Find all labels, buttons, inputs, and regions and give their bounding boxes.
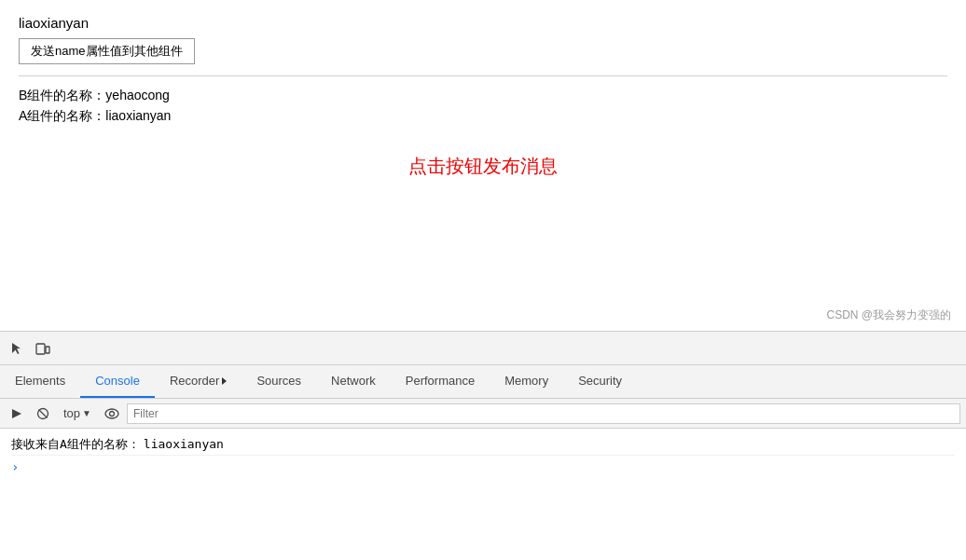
- recorder-play-icon: [222, 377, 227, 385]
- tab-performance[interactable]: Performance: [391, 365, 490, 398]
- devtools-panel: Elements Console Recorder Sources Networ…: [0, 331, 966, 560]
- tab-recorder[interactable]: Recorder: [155, 365, 242, 398]
- console-prompt[interactable]: ›: [11, 456, 955, 478]
- tab-security[interactable]: Security: [563, 365, 637, 398]
- filter-input[interactable]: [127, 403, 960, 424]
- context-selector[interactable]: top ▼: [58, 404, 97, 422]
- devtools-tabs: Elements Console Recorder Sources Networ…: [0, 365, 966, 399]
- main-content: liaoxianyan 发送name属性值到其他组件 B组件的名称：yehaoc…: [0, 0, 966, 331]
- tab-console[interactable]: Console: [80, 365, 155, 398]
- svg-point-4: [105, 409, 118, 418]
- component-a-label: A组件的名称：liaoxianyan: [19, 108, 947, 125]
- svg-rect-0: [36, 344, 45, 354]
- svg-rect-1: [46, 347, 49, 353]
- block-requests-icon[interactable]: [32, 403, 54, 425]
- tab-memory[interactable]: Memory: [490, 365, 563, 398]
- execute-script-icon[interactable]: [6, 403, 28, 425]
- context-selector-arrow: ▼: [82, 408, 91, 418]
- svg-line-3: [39, 409, 48, 417]
- watermark: CSDN @我会努力变强的: [826, 307, 951, 323]
- devtools-toolbar: [0, 332, 966, 365]
- center-message: 点击按钮发布消息: [408, 153, 558, 178]
- console-output: 接收来自A组件的名称： liaoxianyan ›: [0, 429, 966, 560]
- console-log-line: 接收来自A组件的名称： liaoxianyan: [11, 434, 955, 456]
- console-toolbar: top ▼: [0, 399, 966, 429]
- console-prompt-icon: ›: [11, 459, 19, 474]
- svg-point-5: [109, 411, 114, 416]
- tab-network[interactable]: Network: [316, 365, 391, 398]
- divider: [19, 75, 947, 76]
- inspect-element-icon[interactable]: [4, 335, 30, 362]
- device-toggle-icon[interactable]: [30, 335, 56, 362]
- component-b-label: B组件的名称：yehaocong: [19, 88, 947, 104]
- eye-icon[interactable]: [101, 403, 123, 425]
- tab-sources[interactable]: Sources: [242, 365, 316, 398]
- component-name-heading: liaoxianyan: [19, 15, 947, 31]
- send-button[interactable]: 发送name属性值到其他组件: [19, 38, 195, 64]
- tab-elements[interactable]: Elements: [0, 365, 80, 398]
